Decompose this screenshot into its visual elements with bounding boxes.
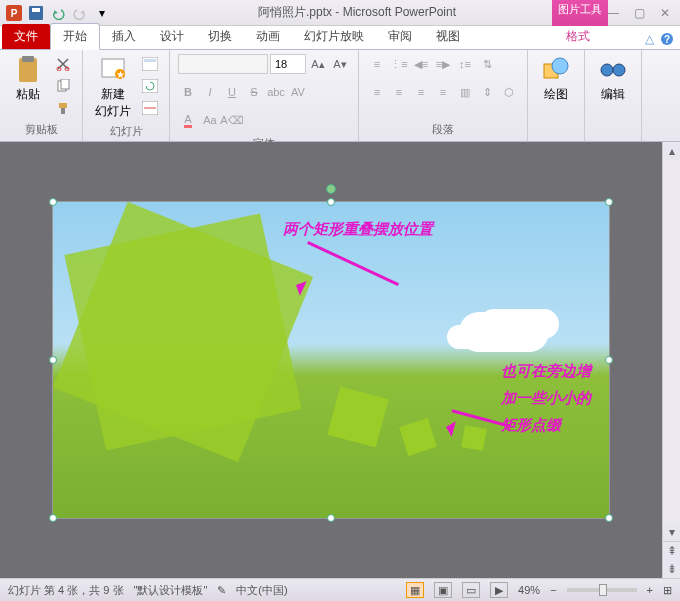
zoom-in-button[interactable]: + — [647, 584, 653, 596]
copy-icon — [56, 79, 70, 93]
align-center-button[interactable]: ≡ — [389, 82, 409, 102]
redo-button[interactable] — [70, 3, 90, 23]
slideshow-view-button[interactable]: ▶ — [490, 582, 508, 598]
new-slide-icon: ★ — [99, 56, 127, 84]
new-slide-button[interactable]: ★ 新建 幻灯片 — [91, 54, 135, 122]
tab-file[interactable]: 文件 — [2, 24, 50, 49]
zoom-out-button[interactable]: − — [550, 584, 556, 596]
arrow-2-head — [436, 417, 456, 437]
smartart-button[interactable]: ⬡ — [499, 82, 519, 102]
svg-rect-3 — [32, 8, 40, 12]
tab-design[interactable]: 设计 — [148, 24, 196, 49]
align-right-button[interactable]: ≡ — [411, 82, 431, 102]
underline-button[interactable]: U — [222, 82, 242, 102]
close-button[interactable]: ✕ — [654, 4, 676, 22]
font-size-input[interactable] — [270, 54, 306, 74]
increase-indent-button[interactable]: ≡▶ — [433, 54, 453, 74]
resize-handle-tr[interactable] — [605, 198, 613, 206]
resize-handle-bc[interactable] — [327, 514, 335, 522]
status-language[interactable]: 中文(中国) — [236, 583, 287, 598]
reset-button[interactable] — [139, 76, 161, 96]
font-color-button[interactable]: A — [178, 110, 198, 130]
section-button[interactable] — [139, 98, 161, 118]
window-title: 阿悄照片.pptx - Microsoft PowerPoint — [112, 4, 602, 21]
drawing-button[interactable]: 绘图 — [536, 54, 576, 105]
tab-insert[interactable]: 插入 — [100, 24, 148, 49]
columns-button[interactable]: ▥ — [455, 82, 475, 102]
save-button[interactable] — [26, 3, 46, 23]
arrow-1 — [307, 241, 399, 286]
tab-format[interactable]: 格式 — [554, 24, 602, 49]
undo-button[interactable] — [48, 3, 68, 23]
zoom-level[interactable]: 49% — [518, 584, 540, 596]
next-slide-button[interactable]: ⇟ — [663, 560, 680, 578]
tab-animations[interactable]: 动画 — [244, 24, 292, 49]
format-painter-button[interactable] — [52, 98, 74, 118]
resize-handle-tl[interactable] — [49, 198, 57, 206]
group-paragraph-label: 段落 — [367, 120, 519, 137]
copy-button[interactable] — [52, 76, 74, 96]
group-slides-label: 幻灯片 — [91, 122, 161, 139]
strikethrough-button[interactable]: S — [244, 82, 264, 102]
resize-handle-ml[interactable] — [49, 356, 57, 364]
help-icon[interactable]: ? — [660, 32, 674, 49]
align-left-button[interactable]: ≡ — [367, 82, 387, 102]
font-family-input[interactable] — [178, 54, 268, 74]
bullets-button[interactable]: ≡ — [367, 54, 387, 74]
scroll-down-button[interactable]: ▾ — [663, 523, 680, 541]
big-rectangle-2 — [53, 202, 313, 462]
maximize-button[interactable]: ▢ — [628, 4, 650, 22]
tab-home[interactable]: 开始 — [50, 23, 100, 50]
prev-slide-button[interactable]: ⇞ — [663, 542, 680, 560]
ribbon-minimize-icon[interactable]: △ — [645, 32, 654, 49]
change-case-button[interactable]: Aa — [200, 110, 220, 130]
increase-font-button[interactable]: A▴ — [308, 54, 328, 74]
scrollbar-track[interactable] — [663, 160, 680, 523]
bold-button[interactable]: B — [178, 82, 198, 102]
selected-image[interactable]: 两个矩形重叠摆放位置 也可在旁边增加一些小小的矩形点缀 — [52, 201, 610, 519]
zoom-slider[interactable] — [567, 588, 637, 592]
find-button[interactable]: 编辑 — [593, 54, 633, 105]
normal-view-button[interactable]: ▦ — [406, 582, 424, 598]
layout-icon — [142, 57, 158, 71]
clear-format-button[interactable]: A⌫ — [222, 110, 242, 130]
slide-canvas[interactable]: 两个矩形重叠摆放位置 也可在旁边增加一些小小的矩形点缀 — [0, 142, 662, 578]
decrease-indent-button[interactable]: ◀≡ — [411, 54, 431, 74]
fit-window-button[interactable]: ⊞ — [663, 584, 672, 597]
qat-more-icon[interactable]: ▾ — [92, 3, 112, 23]
line-spacing-button[interactable]: ↕≡ — [455, 54, 475, 74]
svg-rect-12 — [59, 103, 67, 108]
cut-button[interactable] — [52, 54, 74, 74]
tab-review[interactable]: 审阅 — [376, 24, 424, 49]
reading-view-button[interactable]: ▭ — [462, 582, 480, 598]
paste-button[interactable]: 粘贴 — [8, 54, 48, 105]
sorter-view-button[interactable]: ▣ — [434, 582, 452, 598]
status-language-icon: ✎ — [217, 584, 226, 597]
text-direction-button[interactable]: ⇅ — [477, 54, 497, 74]
zoom-thumb[interactable] — [599, 584, 607, 596]
svg-rect-13 — [61, 108, 65, 114]
svg-point-25 — [613, 64, 625, 76]
resize-handle-mr[interactable] — [605, 356, 613, 364]
resize-handle-br[interactable] — [605, 514, 613, 522]
shadow-button[interactable]: abc — [266, 82, 286, 102]
tab-slideshow[interactable]: 幻灯片放映 — [292, 24, 376, 49]
italic-button[interactable]: I — [200, 82, 220, 102]
justify-button[interactable]: ≡ — [433, 82, 453, 102]
rotate-handle[interactable] — [326, 184, 336, 194]
align-text-button[interactable]: ⇕ — [477, 82, 497, 102]
paste-icon — [14, 56, 42, 84]
slide-layout-button[interactable] — [139, 54, 161, 74]
decrease-font-button[interactable]: A▾ — [330, 54, 350, 74]
resize-handle-tc[interactable] — [327, 198, 335, 206]
binoculars-icon — [599, 56, 627, 84]
svg-point-24 — [601, 64, 613, 76]
character-spacing-button[interactable]: AV — [288, 82, 308, 102]
tab-transitions[interactable]: 切换 — [196, 24, 244, 49]
svg-rect-11 — [61, 79, 69, 89]
scroll-up-button[interactable]: ▴ — [663, 142, 680, 160]
resize-handle-bl[interactable] — [49, 514, 57, 522]
tab-view[interactable]: 视图 — [424, 24, 472, 49]
numbering-button[interactable]: ⋮≡ — [389, 54, 409, 74]
ppt-icon[interactable]: P — [4, 3, 24, 23]
